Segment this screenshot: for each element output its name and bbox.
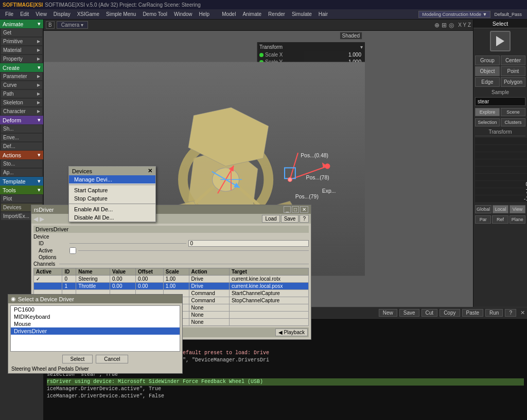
tab-global[interactable]: Global — [475, 205, 491, 213]
pass-selector[interactable]: Default_Pass — [491, 11, 525, 17]
viewport-camera-label[interactable]: Camera ▾ — [57, 21, 88, 29]
driver-dialog-min[interactable]: _ — [284, 206, 291, 213]
sidebar-btn-ap[interactable]: Ap... — [1, 169, 42, 176]
select-btn-point[interactable]: Point — [501, 66, 525, 76]
tab-explore[interactable]: Explore — [475, 108, 500, 116]
viewport-icon-3[interactable]: ◎ — [449, 22, 454, 29]
menu-animate[interactable]: Animate — [239, 11, 265, 17]
tf-y1[interactable] — [475, 145, 527, 152]
select-driver-select-btn[interactable]: Select — [62, 355, 93, 363]
menu-view[interactable]: View — [32, 11, 50, 17]
menu-simplemenu[interactable]: Simple Menu — [103, 11, 139, 17]
select-btn-polygon[interactable]: Polygon — [501, 77, 525, 87]
tf-z1[interactable] — [475, 152, 527, 159]
tab-scene[interactable]: Scene — [501, 108, 525, 116]
id-input[interactable] — [188, 240, 309, 247]
driver-dialog-save[interactable]: Save — [281, 215, 299, 223]
script-btn-save[interactable]: Save — [399, 309, 419, 317]
select-arrow-icon[interactable] — [490, 31, 511, 51]
driver-dialog-load[interactable]: Load — [262, 215, 279, 223]
sidebar-btn-skeleton[interactable]: Skeleton▶ — [1, 99, 42, 106]
sidebar-btn-material[interactable]: Material▶ — [1, 46, 42, 54]
channel-row-0[interactable]: ✓0Steering0.000.001.00Drivecurrent.kine.… — [34, 276, 309, 283]
sidebar-btn-plot[interactable]: Plot — [1, 195, 42, 203]
devices-menu-manage[interactable]: Manage Devi... — [69, 175, 155, 184]
tab-local[interactable]: Local — [493, 205, 508, 213]
tab-ref[interactable]: Ref — [492, 215, 508, 224]
select-driver-title[interactable]: ◉ Select a Device Driver — [8, 295, 182, 303]
sidebar-btn-primitive[interactable]: Primitive▶ — [1, 38, 42, 45]
menu-edit[interactable]: Edit — [17, 11, 32, 17]
viewport-icon-1[interactable]: ⊕ — [434, 22, 440, 29]
menu-simulate[interactable]: Simulate — [289, 11, 315, 17]
menu-file[interactable]: File — [2, 11, 16, 17]
driver-item-pc1600[interactable]: PC1600 — [11, 306, 180, 313]
sidebar-btn-get[interactable]: Get — [1, 29, 42, 36]
sidebar-section-deform[interactable]: Deform▾ — [0, 116, 43, 124]
driver-item-mouse[interactable]: Mouse — [11, 320, 180, 327]
sidebar-section-template[interactable]: Template▾ — [0, 177, 43, 186]
menu-model[interactable]: Model — [219, 11, 239, 17]
viewport-icon-2[interactable]: ⊞ — [442, 22, 447, 29]
script-btn-help[interactable]: ? — [505, 309, 516, 317]
sidebar-section-tools[interactable]: Tools▾ — [0, 186, 43, 194]
menu-display[interactable]: Display — [50, 11, 74, 17]
sidebar-btn-curve[interactable]: Curve▶ — [1, 81, 42, 89]
select-btn-edge[interactable]: Edge — [475, 77, 500, 87]
script-btn-new[interactable]: New — [379, 309, 397, 317]
tf-x2[interactable] — [475, 159, 527, 166]
select-btn-object[interactable]: Object — [475, 66, 500, 76]
sidebar-btn-path[interactable]: Path▶ — [1, 90, 42, 98]
menu-help[interactable]: Help — [196, 11, 213, 17]
tab-clusters[interactable]: Clusters — [501, 118, 525, 126]
tf-x3[interactable] — [475, 181, 527, 188]
select-driver-cancel-btn[interactable]: Cancel — [96, 355, 128, 363]
tf-z3[interactable] — [475, 195, 527, 202]
script-btn-copy[interactable]: Copy — [440, 309, 460, 317]
driver-dialog-max[interactable]: □ — [292, 206, 299, 213]
devices-menu-stop-capture[interactable]: Stop Capture — [69, 194, 155, 203]
select-btn-group[interactable]: Group — [475, 56, 500, 65]
menu-xsigame[interactable]: XSIGame — [74, 11, 102, 17]
driver-dialog-close[interactable]: ✕ — [300, 206, 308, 213]
tf-z2[interactable] — [475, 174, 527, 180]
menu-window[interactable]: Window — [171, 11, 196, 17]
sidebar-btn-property[interactable]: Property▶ — [1, 55, 42, 63]
devices-menu-close[interactable]: ✕ — [148, 168, 152, 174]
tab-par[interactable]: Par — [475, 215, 491, 224]
select-btn-center[interactable]: Center — [501, 56, 525, 65]
menu-demotool[interactable]: Demo Tool — [139, 11, 170, 17]
devices-menu-disable-all[interactable]: Disable All De... — [69, 213, 155, 222]
sidebar-btn-sto[interactable]: Sto... — [1, 160, 42, 168]
tab-view[interactable]: View — [510, 205, 525, 213]
tf-y3[interactable] — [475, 188, 527, 195]
search-input[interactable] — [475, 97, 525, 106]
devices-menu-title[interactable]: Devices ✕ — [69, 167, 155, 175]
script-btn-cut[interactable]: Cut — [421, 309, 438, 317]
sidebar-section-animate[interactable]: Animate▾ — [0, 20, 43, 28]
sidebar-btn-character[interactable]: Character▶ — [1, 107, 42, 115]
menu-hair[interactable]: Hair — [315, 11, 331, 17]
tab-plane[interactable]: Plane — [510, 215, 525, 224]
tf-x1[interactable] — [475, 138, 527, 144]
driver-dialog-help[interactable]: ? — [300, 215, 309, 223]
devices-menu-start-capture[interactable]: Start Capture — [69, 186, 155, 194]
script-btn-run[interactable]: Run — [485, 309, 503, 317]
tf-y2[interactable] — [475, 167, 527, 173]
driver-item-driversdriver[interactable]: DriversDriver — [11, 327, 180, 335]
sidebar-btn-enve[interactable]: Enve... — [1, 134, 42, 141]
menu-render[interactable]: Render — [265, 11, 288, 17]
playback-btn[interactable]: ◀ Playback — [275, 328, 308, 336]
devices-menu-enable-all[interactable]: Enable All De... — [69, 205, 155, 213]
driver-dialog-arrows[interactable]: ◀ ▶ — [33, 215, 44, 223]
modeling-mode-selector[interactable]: Modeling Construction Mode ▼ — [418, 11, 490, 18]
channel-row-1[interactable]: 1Throttle0.000.001.00Drivecurrent.kine.l… — [34, 283, 309, 290]
tab-selection[interactable]: Selection — [475, 118, 500, 126]
driver-item-midi[interactable]: MIDIKeyboard — [11, 313, 180, 320]
sidebar-btn-sh[interactable]: Sh... — [1, 125, 42, 133]
sidebar-btn-def[interactable]: Def... — [1, 142, 42, 150]
sidebar-section-actions[interactable]: Actions▾ — [0, 151, 43, 159]
active-checkbox[interactable] — [69, 247, 76, 254]
sidebar-section-create[interactable]: Create▾ — [0, 63, 43, 72]
script-btn-paste[interactable]: Paste — [462, 309, 484, 317]
